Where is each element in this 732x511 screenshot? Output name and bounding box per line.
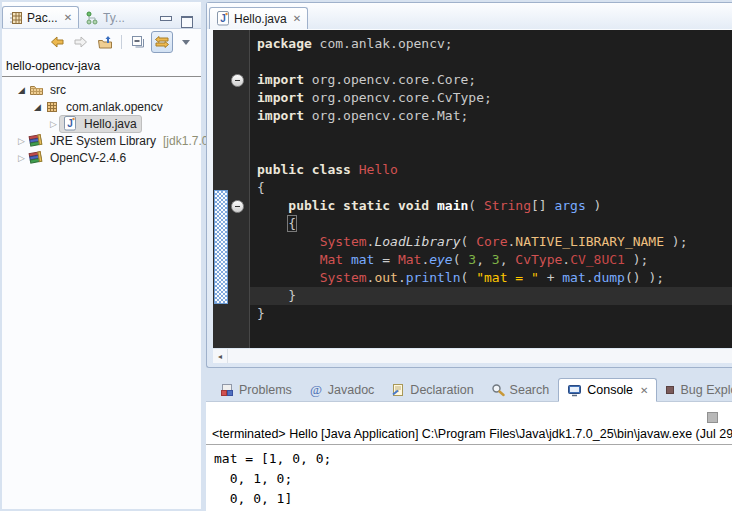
code-token: 3 [492, 252, 500, 267]
project-root-label[interactable]: hello-opencv-java [2, 55, 201, 77]
tab-label: Bug Explorer [680, 383, 732, 397]
code-line [257, 143, 732, 161]
maximize-view-icon[interactable] [181, 16, 193, 28]
code-token: "mat = " [476, 270, 539, 285]
code-token: Core [476, 234, 507, 249]
tree-item-src[interactable]: ◢src [2, 81, 201, 98]
view-window-buttons [160, 12, 201, 28]
code-text[interactable]: package com.anlak.opencv;import org.open… [250, 30, 732, 348]
code-editor[interactable]: package com.anlak.opencv;import org.open… [213, 30, 732, 348]
fold-collapse-icon[interactable] [231, 74, 244, 87]
tree-collapsed-icon[interactable]: ▷ [16, 136, 27, 146]
code-line: System.out.println( "mat = " + mat.dump(… [257, 269, 732, 287]
type-hierarchy-icon [85, 11, 99, 25]
tree-item-body: JRE System Library[jdk1.7.0 [27, 133, 208, 148]
code-line [257, 53, 732, 71]
tab-declaration[interactable]: Declaration [383, 379, 481, 401]
console-toolbar-icon[interactable] [707, 412, 718, 423]
code-token: import [257, 90, 304, 105]
code-line: package com.anlak.opencv; [257, 35, 732, 53]
code-token: org.opencv.core.Mat; [304, 108, 468, 123]
tab-problems[interactable]: Problems [212, 379, 300, 401]
editor-horizontal-scrollbar[interactable]: ◂ [213, 349, 732, 363]
code-token: CV_8UC1 [570, 252, 625, 267]
package-icon [44, 99, 60, 114]
console-output[interactable]: mat = [1, 0, 0; 0, 1, 0; 0, 0, 1] [206, 445, 732, 509]
tab-console[interactable]: Console✕ [558, 378, 657, 402]
library-icon [28, 133, 44, 148]
code-token: . [586, 270, 594, 285]
back-button[interactable] [46, 31, 68, 53]
tree-item-hello-java[interactable]: ▷JHello.java [2, 115, 201, 132]
tab-hello-java[interactable]: JHello.java✕ [209, 7, 308, 29]
editor-area: JHello.java✕ package com.anlak.opencv;im… [206, 2, 732, 368]
tab-label: Javadoc [328, 383, 375, 397]
tree-item-label: com.anlak.opencv [66, 100, 163, 114]
tree-collapsed-icon[interactable]: ▷ [16, 153, 27, 163]
view-menu-button[interactable] [175, 31, 197, 53]
tree-item-jre-system-library[interactable]: ▷JRE System Library[jdk1.7.0 [2, 132, 201, 149]
code-token: mat [562, 270, 585, 285]
up-to-parent-button[interactable] [94, 31, 116, 53]
code-token [343, 252, 351, 267]
tree-item-label: Hello.java [84, 117, 137, 131]
editor-tabbar: JHello.java✕ [207, 3, 732, 29]
link-with-editor-button[interactable] [151, 31, 173, 53]
close-icon[interactable]: ✕ [640, 385, 648, 396]
package-explorer-tabbar: Pac...✕Ty... [2, 2, 201, 29]
tab-bug-explorer[interactable]: Bug Explorer [658, 379, 732, 401]
tree-expanded-icon[interactable]: ◢ [16, 85, 27, 95]
code-token: CvType [515, 252, 562, 267]
console-status-line: <terminated> Hello [Java Application] C:… [206, 427, 732, 445]
console-output-line: 0, 0, 1] [214, 489, 732, 509]
fold-collapse-icon[interactable] [231, 200, 244, 213]
close-icon[interactable]: ✕ [293, 13, 301, 24]
method-range-indicator [214, 190, 228, 304]
tab-pac[interactable]: Pac...✕ [2, 6, 79, 28]
code-token: [] [531, 198, 554, 213]
code-token: = [374, 252, 397, 267]
code-token: LoadLibrary [374, 234, 460, 249]
java-file-icon: J [62, 116, 78, 131]
tab-label: Hello.java [234, 12, 287, 26]
scroll-left-arrow-icon[interactable]: ◂ [213, 349, 228, 363]
code-line: System.LoadLibrary( Core.NATIVE_LIBRARY_… [257, 233, 732, 251]
code-token: String [484, 198, 531, 213]
code-line [257, 125, 732, 143]
declaration-icon [391, 383, 405, 397]
javadoc-icon: @ [309, 383, 323, 397]
tab-label: Declaration [410, 383, 473, 397]
tab-ty[interactable]: Ty... [79, 7, 131, 28]
tab-javadoc[interactable]: @Javadoc [301, 379, 383, 401]
collapse-all-icon [131, 35, 146, 49]
package-explorer-toolbar [2, 29, 201, 55]
tab-label: Search [510, 383, 550, 397]
code-token: { [257, 180, 265, 195]
tree-item-opencv-2-4-6[interactable]: ▷OpenCV-2.4.6 [2, 149, 201, 166]
minimize-view-icon[interactable] [160, 16, 172, 21]
code-token [257, 198, 288, 213]
forward-button[interactable] [70, 31, 92, 53]
eclipse-window: Pac...✕Ty... hello-opencv-java ◢src◢com.… [0, 0, 732, 511]
collapse-all-button[interactable] [127, 31, 149, 53]
code-token: ( [468, 198, 484, 213]
problems-icon [220, 383, 234, 397]
tab-label: Pac... [27, 11, 58, 25]
tab-search[interactable]: Search [483, 379, 558, 401]
code-token: Mat [398, 252, 421, 267]
code-token: out [374, 270, 397, 285]
tree-collapsed-icon[interactable]: ▷ [48, 119, 59, 129]
code-token: System [320, 270, 367, 285]
code-token: ); [625, 252, 648, 267]
code-line: Mat mat = Mat.eye( 3, 3, CvType.CV_8UC1 … [257, 251, 732, 269]
tree-item-com-anlak-opencv[interactable]: ◢com.anlak.opencv [2, 98, 201, 115]
library-icon [28, 150, 44, 165]
code-token [257, 234, 320, 249]
code-token: } [257, 306, 265, 321]
close-icon[interactable]: ✕ [64, 12, 72, 23]
code-token: . [398, 270, 406, 285]
tree-expanded-icon[interactable]: ◢ [32, 102, 43, 112]
forward-arrow-icon [73, 35, 89, 49]
tree-item-label: JRE System Library [50, 134, 156, 148]
search-icon [491, 383, 505, 397]
